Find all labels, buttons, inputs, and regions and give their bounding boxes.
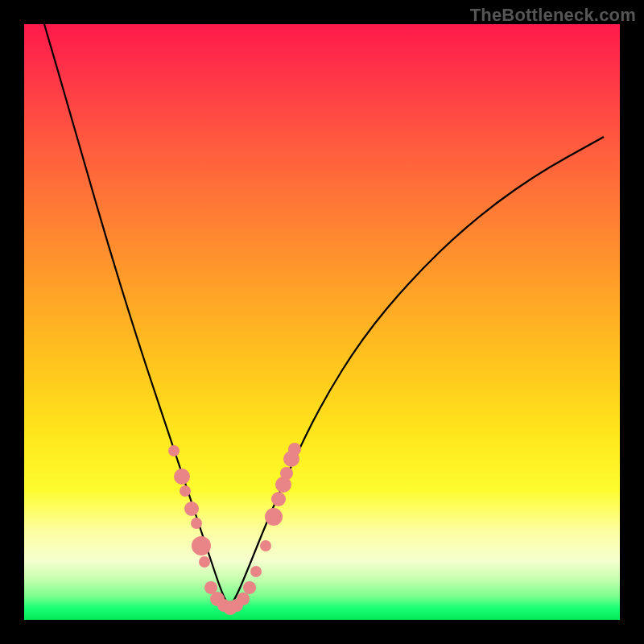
marker-dot — [191, 518, 202, 529]
marker-dot — [280, 467, 293, 480]
marker-dot — [168, 445, 180, 456]
marker-dot — [184, 502, 199, 516]
plot-area — [24, 24, 620, 620]
marker-dots-layer — [24, 24, 620, 620]
marker-dot — [265, 508, 283, 526]
marker-dot — [288, 443, 301, 456]
marker-dot — [260, 540, 271, 551]
marker-dot — [174, 469, 190, 485]
marker-dot — [237, 592, 250, 605]
marker-dot — [250, 566, 262, 577]
marker-dot — [243, 581, 256, 594]
chart-frame: TheBottleneck.com — [0, 0, 644, 644]
marker-dot — [271, 492, 286, 506]
watermark-text: TheBottleneck.com — [470, 5, 636, 26]
marker-dot — [180, 485, 191, 497]
marker-dot — [199, 556, 210, 568]
marker-dot — [192, 536, 211, 555]
